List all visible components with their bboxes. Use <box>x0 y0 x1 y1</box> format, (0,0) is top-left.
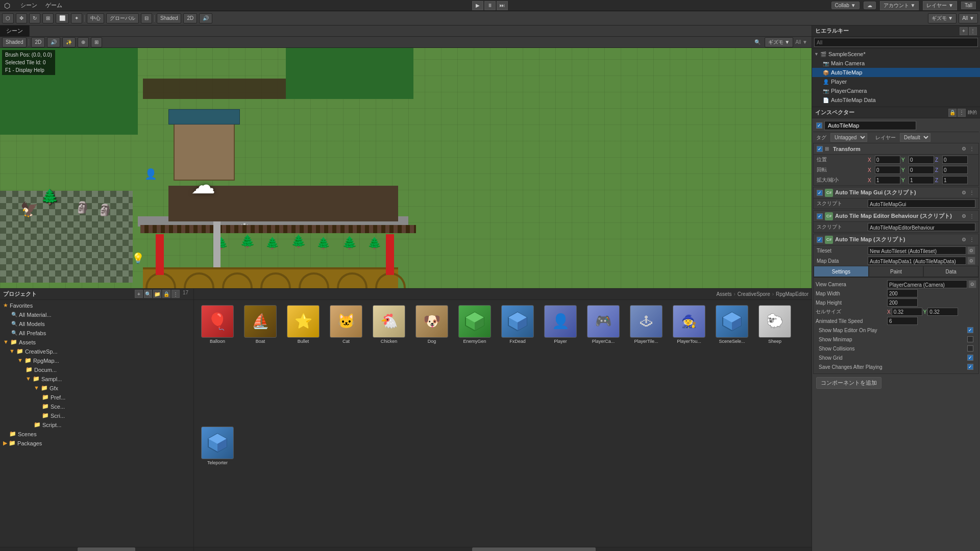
transform-menu-btn[interactable]: ⋮ <box>968 146 975 152</box>
asset-playertile[interactable]: 🕹 PlayerTile... <box>626 303 667 422</box>
tileset-pick-btn[interactable]: ⊙ <box>967 246 975 255</box>
tab-data[interactable]: Data <box>923 266 978 277</box>
hierarchy-item-playercamera[interactable]: 📷 PlayerCamera <box>812 86 980 95</box>
scene-snap-btn[interactable]: ⊞ <box>91 37 102 47</box>
gfx-folder[interactable]: ▼ 📁 Gfx <box>1 384 192 393</box>
mode-2d-btn[interactable]: 2D <box>183 13 197 23</box>
project-scrollbar[interactable] <box>0 547 193 551</box>
hierarchy-add-btn[interactable]: + <box>960 27 968 35</box>
tab-settings[interactable]: Settings <box>814 266 869 277</box>
scale-z-input[interactable] <box>942 176 968 184</box>
scene-tab[interactable]: シーン <box>0 26 30 37</box>
enable-toggle[interactable] <box>816 122 822 129</box>
pref-folder[interactable]: 📁 Pref... <box>1 393 192 402</box>
hierarchy-item-autotilemap[interactable]: 📦 AutoTileMap <box>812 68 980 77</box>
atm-menu-btn[interactable]: ⋮ <box>968 237 975 242</box>
map-width-input[interactable] <box>887 289 918 297</box>
asset-chicken[interactable]: 🐔 Chicken <box>369 303 409 422</box>
asset-bullet[interactable]: ⭐ Bullet <box>283 303 324 422</box>
inspector-body[interactable]: タグ Untagged レイヤー Default ⊞ Transform <box>812 118 980 551</box>
scene-effects-btn[interactable]: ✨ <box>62 37 76 47</box>
show-map-editor-checkbox[interactable] <box>967 327 973 333</box>
hierarchy-menu-btn[interactable]: ⋮ <box>969 27 977 35</box>
project-folder-btn[interactable]: 📁 <box>153 290 161 298</box>
editor-menu-btn[interactable]: ⋮ <box>968 213 975 219</box>
object-name-input[interactable] <box>824 121 916 130</box>
anim-tile-speed-input[interactable] <box>887 317 918 325</box>
all-materials-item[interactable]: 🔍 All Material... <box>1 310 192 319</box>
hierarchy-item-player[interactable]: 👤 Player <box>812 77 980 86</box>
asset-cat[interactable]: 🐱 Cat <box>326 303 366 422</box>
gui-menu-btn[interactable]: ⋮ <box>968 190 975 195</box>
add-component-button[interactable]: コンポーネントを追加 <box>816 377 881 389</box>
asset-playercar[interactable]: 🎮 PlayerCa... <box>583 303 624 422</box>
play-button[interactable]: ▶ <box>472 1 483 10</box>
snap-btn[interactable]: ⊟ <box>141 13 152 23</box>
menu-scene[interactable]: シーン <box>18 1 39 10</box>
scene-shaded-btn[interactable]: Shaded <box>2 37 27 47</box>
gui-settings-btn[interactable]: ⚙ <box>961 190 967 195</box>
rot-x-input[interactable] <box>875 166 900 174</box>
docum-folder[interactable]: 📁 Docum... <box>1 365 192 374</box>
hierarchy-body[interactable]: ▼ 🎬 SampleScene* 📷 Main Camera 📦 AutoTil… <box>812 48 980 107</box>
asset-enemygen[interactable]: EnemyGen <box>454 303 495 422</box>
gizmo-btn[interactable]: ギズモ ▼ <box>928 13 957 23</box>
scri-folder[interactable]: 📁 Scri... <box>1 411 192 420</box>
sampl-folder[interactable]: ▼ 📁 Sampl... <box>1 374 192 384</box>
scene-nav-btn[interactable]: ⊕ <box>78 37 89 47</box>
editor-settings-btn[interactable]: ⚙ <box>961 213 967 219</box>
rpgmap-folder[interactable]: ▼ 📁 RpgMap... <box>1 356 192 365</box>
project-body[interactable]: ★ Favorites 🔍 All Material... 🔍 All Mode… <box>0 300 193 547</box>
audio-btn[interactable]: 🔊 <box>199 13 212 23</box>
scene-gizmo-btn[interactable]: ギズモ ▼ <box>765 37 794 47</box>
asset-dog[interactable]: 🐶 Dog <box>411 303 452 422</box>
project-menu-btn[interactable]: ⋮ <box>172 290 180 298</box>
asset-player[interactable]: 👤 Player <box>540 303 581 422</box>
autotilemapeditor-header[interactable]: C# Auto Tile Map Editor Behaviour (スクリプト… <box>814 211 978 222</box>
rot-z-input[interactable] <box>942 166 968 174</box>
all-prefabs-item[interactable]: 🔍 All Prefabs <box>1 329 192 338</box>
inspector-menu-btn[interactable]: ⋮ <box>958 109 966 117</box>
sce-folder[interactable]: 📁 Sce... <box>1 402 192 411</box>
project-scrollbar-thumb[interactable] <box>78 547 136 551</box>
assets-scrollbar-thumb[interactable] <box>472 547 596 551</box>
atm-enable[interactable] <box>817 237 823 243</box>
toolbar-rotate-btn[interactable]: ↻ <box>29 13 40 23</box>
atm-settings-btn[interactable]: ⚙ <box>961 237 967 242</box>
asset-sheep[interactable]: 🐑 Sheep <box>754 303 795 422</box>
toolbar-combined-btn[interactable]: ✦ <box>71 13 82 23</box>
hierarchy-scene[interactable]: ▼ 🎬 SampleScene* <box>812 49 980 59</box>
shaded-btn[interactable]: Shaded <box>157 13 181 23</box>
scenes-folder[interactable]: 📁 Scenes <box>1 430 192 439</box>
assets-scrollbar[interactable] <box>194 547 812 551</box>
toolbar-move-btn[interactable]: ✥ <box>16 13 27 23</box>
pos-z-input[interactable] <box>942 156 968 164</box>
tab-paint[interactable]: Paint <box>869 266 924 277</box>
asset-fxdead[interactable]: FxDead <box>497 303 538 422</box>
toolbar-transform-btn[interactable]: ⬡ <box>2 13 14 23</box>
pos-x-input[interactable] <box>875 156 900 164</box>
asset-teleporter[interactable]: Teleporter <box>197 424 238 544</box>
mapdata-pick-btn[interactable]: ⊙ <box>967 257 975 265</box>
transform-enable[interactable] <box>817 146 823 152</box>
project-search-btn[interactable]: 🔍 <box>144 290 152 298</box>
layer-button[interactable]: レイヤー ▼ <box>923 1 957 10</box>
map-height-input[interactable] <box>887 298 918 307</box>
center-pivot-btn[interactable]: 中心 <box>87 13 104 23</box>
global-local-btn[interactable]: グローバル <box>106 13 139 23</box>
cell-y-input[interactable] <box>927 308 958 316</box>
project-add-btn[interactable]: + <box>135 290 143 298</box>
hierarchy-item-autotilemapdata[interactable]: 📄 AutoTileMap Data <box>812 95 980 105</box>
autotilemap-header[interactable]: C# Auto Tile Map (スクリプト) ⚙ ⋮ <box>814 234 978 245</box>
show-minimap-checkbox[interactable] <box>967 336 973 342</box>
pause-button[interactable]: ⏸ <box>484 1 496 10</box>
toolbar-scale-btn[interactable]: ⊞ <box>42 13 54 23</box>
tag-select[interactable]: Untagged <box>830 133 867 142</box>
show-collisions-checkbox[interactable] <box>967 345 973 352</box>
scene-audio-btn[interactable]: 🔊 <box>47 37 60 47</box>
assets-grid[interactable]: 🎈 Balloon ⛵ Boat ⭐ Bullet 🐱 <box>194 300 812 547</box>
asset-balloon[interactable]: 🎈 Balloon <box>197 303 238 422</box>
menu-game[interactable]: ゲーム <box>43 1 64 10</box>
transform-settings-btn[interactable]: ⚙ <box>961 146 967 152</box>
asset-boat[interactable]: ⛵ Boat <box>240 303 281 422</box>
